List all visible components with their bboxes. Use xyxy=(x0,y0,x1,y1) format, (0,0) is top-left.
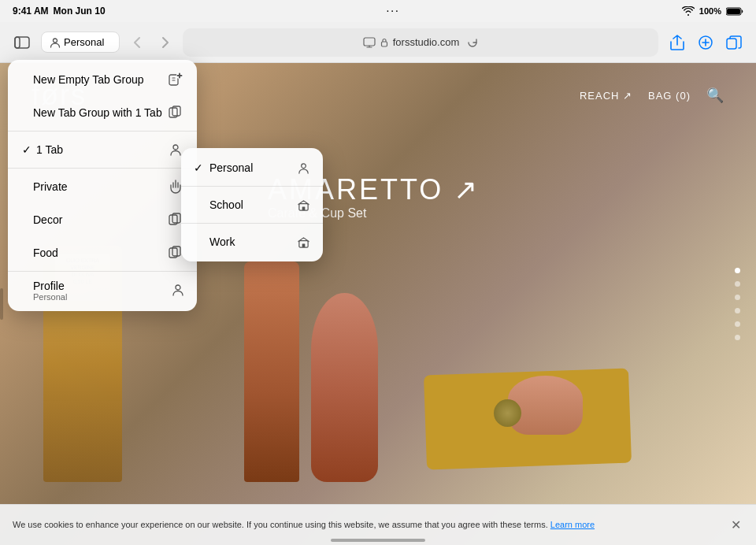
svg-rect-8 xyxy=(727,39,736,49)
address-bar[interactable]: forsstudio.com xyxy=(183,28,658,57)
time: 9:41 AM xyxy=(13,6,49,17)
check-personal: ✓ xyxy=(192,161,205,174)
pagination-dot-1 xyxy=(735,268,740,273)
svg-rect-23 xyxy=(302,206,305,210)
svg-rect-1 xyxy=(727,9,740,14)
cookie-close-button[interactable]: ✕ xyxy=(728,517,743,533)
svg-point-15 xyxy=(173,145,178,150)
divider-1 xyxy=(8,131,197,132)
profile-subtitle-label: Personal xyxy=(33,292,172,302)
svg-rect-2 xyxy=(15,37,29,48)
tab-copy-icon xyxy=(167,104,184,121)
tab-dropdown: New Empty Tab Group New Tab Group with 1… xyxy=(8,60,197,311)
check-1tab: ✓ xyxy=(20,143,33,156)
submenu-divider-1 xyxy=(181,186,323,187)
tab-plus-icon xyxy=(167,71,184,88)
dots: ··· xyxy=(387,7,400,16)
work-profile-item[interactable]: Work xyxy=(181,225,323,258)
lock-icon xyxy=(380,38,388,47)
decor-item[interactable]: Decor xyxy=(8,203,197,236)
fruit-decoration xyxy=(494,399,521,427)
submenu-divider-2 xyxy=(181,223,323,224)
forward-button[interactable] xyxy=(154,32,176,54)
1-tab-label: 1 Tab xyxy=(36,143,167,156)
url-display: forsstudio.com xyxy=(393,36,460,48)
back-button[interactable] xyxy=(126,32,148,54)
pagination-dot-4 xyxy=(735,308,740,313)
site-nav: REACH ↗ BAG (0) 🔍 xyxy=(580,87,724,104)
cookie-learn-more[interactable]: Learn more xyxy=(550,520,595,529)
display-icon xyxy=(363,37,376,48)
home-indicator xyxy=(331,539,425,542)
status-left: 9:41 AM Mon Jun 10 xyxy=(13,6,106,17)
school-icon xyxy=(295,196,312,213)
work-icon xyxy=(295,233,312,250)
nav-reach[interactable]: REACH ↗ xyxy=(580,90,632,102)
profile-title-label: Profile xyxy=(33,280,172,292)
new-tab-button[interactable] xyxy=(693,30,718,55)
profile-tab-label: Personal xyxy=(64,36,104,48)
svg-rect-3 xyxy=(15,37,20,48)
decor-label: Decor xyxy=(33,213,167,226)
profile-tab[interactable]: Personal xyxy=(41,32,120,53)
svg-point-21 xyxy=(301,163,306,168)
private-label: Private xyxy=(33,180,167,193)
reload-icon[interactable] xyxy=(467,37,478,48)
new-tab-group-with-1-tab-item[interactable]: New Tab Group with 1 Tab xyxy=(8,96,197,129)
status-right: 100% xyxy=(682,6,743,16)
person-icon-profile xyxy=(172,284,184,298)
sidebar-handle[interactable] xyxy=(0,288,3,320)
food-item[interactable]: Food xyxy=(8,236,197,269)
pagination-dot-5 xyxy=(735,321,740,327)
new-empty-tab-group-label: New Empty Tab Group xyxy=(33,73,167,86)
status-bar: 9:41 AM Mon Jun 10 ··· 100% xyxy=(0,0,756,22)
svg-rect-12 xyxy=(179,73,180,79)
battery-icon xyxy=(726,7,743,16)
1-tab-item[interactable]: ✓ 1 Tab xyxy=(8,133,197,166)
wifi-icon xyxy=(682,6,695,16)
pagination-dot-6 xyxy=(735,335,740,340)
divider-2 xyxy=(8,168,197,169)
pagination-dots xyxy=(735,268,740,340)
date: Mon Jun 10 xyxy=(54,6,106,17)
tab-switcher-button[interactable] xyxy=(721,30,747,55)
pagination-dot-3 xyxy=(735,295,740,300)
status-center: ··· xyxy=(387,7,400,16)
nav-search[interactable]: 🔍 xyxy=(706,87,724,104)
svg-point-20 xyxy=(176,285,180,290)
profile-submenu: ✓ Personal School Work xyxy=(181,148,323,261)
divider-3 xyxy=(8,271,197,272)
work-label: Work xyxy=(205,235,295,248)
personal-label: Personal xyxy=(205,161,295,174)
cookie-text: We use cookies to enhance your experienc… xyxy=(13,519,721,530)
toolbar-right xyxy=(665,30,747,55)
sidebar-button[interactable] xyxy=(9,30,35,55)
vase-decoration xyxy=(244,261,299,482)
school-label: School xyxy=(205,198,295,211)
pagination-dot-2 xyxy=(735,281,740,287)
new-tab-group-label: New Tab Group with 1 Tab xyxy=(33,106,167,119)
private-item[interactable]: Private xyxy=(8,170,197,203)
carafe-decoration xyxy=(311,293,378,482)
new-empty-tab-group-item[interactable]: New Empty Tab Group xyxy=(8,63,197,96)
profile-item[interactable]: Profile Personal xyxy=(8,273,197,308)
personal-profile-item[interactable]: ✓ Personal xyxy=(181,151,323,184)
person-icon xyxy=(50,37,61,48)
person-icon-personal xyxy=(295,159,312,176)
browser-chrome: Personal forsstudio.com xyxy=(0,22,756,63)
share-button[interactable] xyxy=(665,30,690,55)
svg-rect-25 xyxy=(302,243,305,247)
svg-rect-6 xyxy=(381,42,387,46)
battery: 100% xyxy=(699,6,721,16)
nav-bag[interactable]: BAG (0) xyxy=(648,90,691,102)
food-label: Food xyxy=(33,247,167,259)
svg-point-4 xyxy=(54,39,57,43)
profile-text: Profile Personal xyxy=(33,280,172,302)
svg-rect-5 xyxy=(364,38,375,46)
school-profile-item[interactable]: School xyxy=(181,188,323,221)
